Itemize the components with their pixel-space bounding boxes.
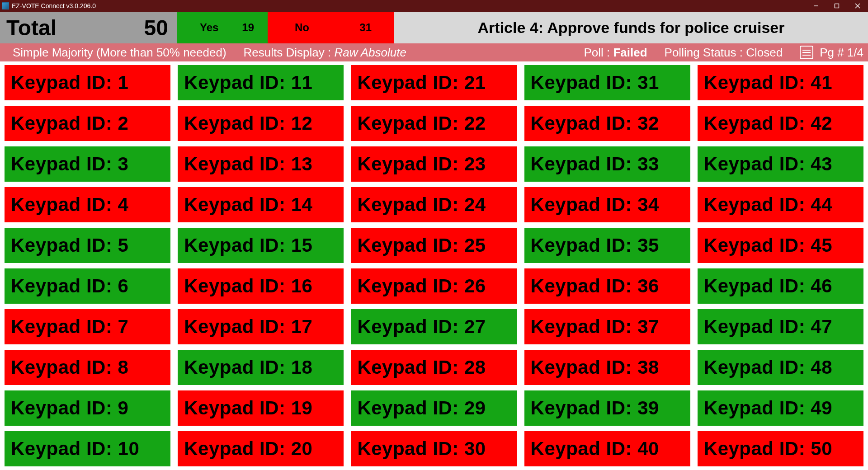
status-value: Closed	[746, 46, 783, 59]
keypad-cell[interactable]: Keypad ID: 17	[178, 309, 344, 344]
minimize-icon	[813, 3, 819, 9]
keypad-cell[interactable]: Keypad ID: 21	[351, 65, 517, 100]
keypad-cell[interactable]: Keypad ID: 16	[178, 268, 344, 304]
keypad-cell[interactable]: Keypad ID: 31	[524, 65, 690, 100]
window-titlebar: EZ-VOTE Connect v3.0.206.0	[0, 0, 868, 12]
keypad-cell[interactable]: Keypad ID: 25	[351, 228, 517, 263]
keypad-cell[interactable]: Keypad ID: 1	[5, 65, 170, 100]
app-icon	[2, 2, 9, 9]
poll-result: Poll : Failed	[584, 46, 647, 60]
keypad-cell[interactable]: Keypad ID: 22	[351, 106, 517, 141]
keypad-cell[interactable]: Keypad ID: 39	[524, 390, 690, 426]
keypad-cell[interactable]: Keypad ID: 38	[524, 350, 690, 385]
keypad-cell[interactable]: Keypad ID: 47	[698, 309, 863, 344]
keypad-cell[interactable]: Keypad ID: 19	[178, 390, 344, 426]
page-indicator: Pg # 1/4	[820, 46, 863, 60]
polling-status: Polling Status : Closed	[665, 46, 783, 60]
no-label: No	[295, 21, 309, 34]
keypad-cell[interactable]: Keypad ID: 5	[5, 228, 170, 263]
question-text: Article 4: Approve funds for police crui…	[478, 19, 785, 37]
info-bar: Simple Majority (More than 50% needed) R…	[0, 43, 868, 61]
keypad-cell[interactable]: Keypad ID: 6	[5, 268, 170, 304]
keypad-cell[interactable]: Keypad ID: 42	[698, 106, 863, 141]
keypad-cell[interactable]: Keypad ID: 45	[698, 228, 863, 263]
yes-value: 19	[218, 21, 254, 34]
total-label: Total	[6, 15, 57, 40]
keypad-cell[interactable]: Keypad ID: 3	[5, 146, 170, 182]
keypad-cell[interactable]: Keypad ID: 2	[5, 106, 170, 141]
maximize-icon	[834, 3, 840, 9]
keypad-grid: Keypad ID: 1Keypad ID: 2Keypad ID: 3Keyp…	[5, 65, 863, 466]
window-maximize-button[interactable]	[826, 0, 847, 12]
keypad-cell[interactable]: Keypad ID: 41	[698, 65, 863, 100]
window-close-button[interactable]	[847, 0, 868, 12]
question-cell: Article 4: Approve funds for police crui…	[394, 12, 868, 43]
keypad-cell[interactable]: Keypad ID: 9	[5, 390, 170, 426]
keypad-cell[interactable]: Keypad ID: 49	[698, 390, 863, 426]
keypad-cell[interactable]: Keypad ID: 40	[524, 431, 690, 466]
keypad-cell[interactable]: Keypad ID: 24	[351, 187, 517, 222]
results-label: Results Display :	[244, 46, 335, 59]
keypad-cell[interactable]: Keypad ID: 43	[698, 146, 863, 182]
keypad-cell[interactable]: Keypad ID: 23	[351, 146, 517, 182]
no-value: 31	[309, 21, 372, 34]
yes-label: Yes	[200, 21, 218, 34]
window-minimize-button[interactable]	[806, 0, 826, 12]
window-title: EZ-VOTE Connect v3.0.206.0	[12, 2, 96, 9]
keypad-cell[interactable]: Keypad ID: 32	[524, 106, 690, 141]
results-mode: Raw Absolute	[334, 46, 406, 59]
keypad-cell[interactable]: Keypad ID: 20	[178, 431, 344, 466]
keypad-cell[interactable]: Keypad ID: 12	[178, 106, 344, 141]
keypad-cell[interactable]: Keypad ID: 4	[5, 187, 170, 222]
keypad-cell[interactable]: Keypad ID: 44	[698, 187, 863, 222]
keypad-cell[interactable]: Keypad ID: 50	[698, 431, 863, 466]
keypad-cell[interactable]: Keypad ID: 13	[178, 146, 344, 182]
total-value: 50	[57, 15, 168, 40]
keypad-cell[interactable]: Keypad ID: 37	[524, 309, 690, 344]
report-icon[interactable]	[800, 46, 813, 59]
keypad-cell[interactable]: Keypad ID: 35	[524, 228, 690, 263]
keypad-cell[interactable]: Keypad ID: 10	[5, 431, 170, 466]
status-label: Polling Status :	[665, 46, 746, 59]
keypad-cell[interactable]: Keypad ID: 14	[178, 187, 344, 222]
keypad-cell[interactable]: Keypad ID: 26	[351, 268, 517, 304]
keypad-cell[interactable]: Keypad ID: 46	[698, 268, 863, 304]
keypad-cell[interactable]: Keypad ID: 27	[351, 309, 517, 344]
keypad-cell[interactable]: Keypad ID: 30	[351, 431, 517, 466]
svg-rect-1	[835, 4, 839, 8]
keypad-cell[interactable]: Keypad ID: 36	[524, 268, 690, 304]
no-cell: No 31	[268, 12, 394, 43]
poll-result-value: Failed	[613, 46, 647, 59]
total-cell: Total 50	[0, 12, 177, 43]
keypad-grid-wrap: Keypad ID: 1Keypad ID: 2Keypad ID: 3Keyp…	[0, 61, 868, 466]
results-display: Results Display : Raw Absolute	[244, 46, 406, 60]
close-icon	[855, 3, 860, 9]
poll-label: Poll :	[584, 46, 613, 59]
keypad-cell[interactable]: Keypad ID: 11	[178, 65, 344, 100]
keypad-cell[interactable]: Keypad ID: 15	[178, 228, 344, 263]
yes-cell: Yes 19	[177, 12, 268, 43]
keypad-cell[interactable]: Keypad ID: 8	[5, 350, 170, 385]
summary-bar: Total 50 Yes 19 No 31 Article 4: Approve…	[0, 12, 868, 43]
keypad-cell[interactable]: Keypad ID: 34	[524, 187, 690, 222]
keypad-cell[interactable]: Keypad ID: 29	[351, 390, 517, 426]
keypad-cell[interactable]: Keypad ID: 18	[178, 350, 344, 385]
keypad-cell[interactable]: Keypad ID: 28	[351, 350, 517, 385]
keypad-cell[interactable]: Keypad ID: 48	[698, 350, 863, 385]
keypad-cell[interactable]: Keypad ID: 33	[524, 146, 690, 182]
keypad-cell[interactable]: Keypad ID: 7	[5, 309, 170, 344]
majority-rule: Simple Majority (More than 50% needed)	[13, 46, 226, 60]
